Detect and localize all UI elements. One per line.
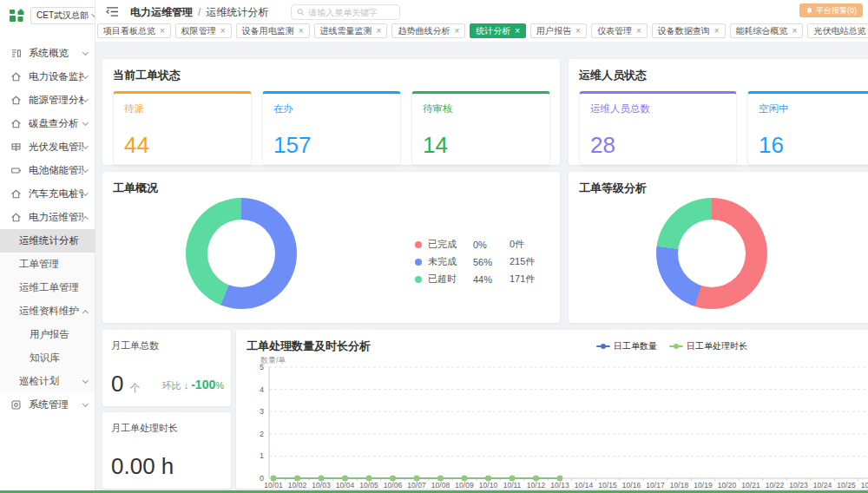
sidebar-item-work-order-mgmt[interactable]: 工单管理: [0, 253, 95, 276]
sidebar-item-power-device-monitor[interactable]: 电力设备监控: [0, 65, 95, 89]
sidebar-item-ops-data-maintain[interactable]: 运维资料维护: [0, 299, 95, 323]
tab-item[interactable]: 进线需量监测×: [314, 23, 388, 38]
stat-box-in-progress: 在办 157: [262, 91, 401, 165]
svg-text:10/14: 10/14: [575, 481, 594, 490]
tab-close-icon[interactable]: ×: [515, 26, 520, 36]
sidebar-item-carbon-analysis[interactable]: 碳盘查分析: [0, 112, 95, 135]
monthly-work-order-total-card: 月工单总数 0 个 环比 ↓ -100%: [102, 330, 231, 406]
svg-text:10/06: 10/06: [384, 481, 403, 490]
legend-item-daily-count[interactable]: 日工单数量: [596, 340, 657, 352]
svg-text:10/15: 10/15: [598, 481, 617, 490]
svg-text:10/02: 10/02: [288, 481, 307, 490]
svg-text:2: 2: [260, 430, 264, 438]
svg-text:10/19: 10/19: [694, 481, 713, 490]
sidebar-item-battery-storage[interactable]: 电池储能管理: [0, 159, 95, 182]
card-title: 当前工单状态: [113, 68, 549, 83]
svg-text:10/21: 10/21: [741, 481, 760, 490]
tab-item[interactable]: 趋势曲线分析×: [391, 23, 465, 38]
stat-box-staff-idle: 空闲中 16: [747, 91, 868, 165]
chevron-down-icon: [82, 72, 89, 78]
sidebar-item-system-mgmt[interactable]: 系统管理: [0, 393, 95, 417]
solar-panel-icon: [10, 141, 23, 154]
legend-item-completed[interactable]: 已完成 0% 0件: [415, 238, 535, 251]
monthly-processing-duration-card: 月工单处理时长 0.00 h: [102, 412, 231, 489]
tab-close-icon[interactable]: ×: [454, 26, 459, 36]
mom-ratio: 环比 ↓ -100%: [162, 378, 224, 392]
home-icon: [10, 212, 23, 224]
home-icon: [10, 95, 23, 107]
tab-close-icon[interactable]: ×: [220, 26, 226, 36]
sidebar-item-pv-management[interactable]: 光伏发电管理: [0, 135, 95, 159]
battery-icon: [10, 165, 23, 177]
sidebar-item-inspection-plan[interactable]: 巡检计划: [0, 370, 95, 393]
card-title: 工单等级分析: [579, 181, 868, 196]
stat-box-pending-review: 待审核 14: [411, 91, 550, 165]
sidebar-item-power-ops[interactable]: 电力运维管理: [0, 206, 95, 229]
work-order-overview-card: 工单概况 已完成 0% 0件 未完成: [102, 172, 560, 323]
app-window: CET武汉总部 系统概览 电力设备监控: [0, 0, 868, 490]
ops-staff-status-card: 运维人员状态 运维人员总数 28 空闲中 16: [569, 59, 868, 165]
legend-dot: [415, 276, 422, 283]
work-order-line-chart: 数量/单01234510/0110/0210/0310/0410/0510/06…: [247, 356, 868, 490]
tab-item[interactable]: 设备数据查询×: [652, 23, 726, 38]
org-selector[interactable]: CET武汉总部: [30, 7, 95, 24]
legend-item-daily-duration[interactable]: 日工单处理时长: [669, 340, 747, 352]
tab-item-active[interactable]: 统计分析×: [470, 23, 526, 38]
legend-dot: [415, 259, 422, 266]
tab-close-icon[interactable]: ×: [636, 26, 641, 36]
svg-text:10/08: 10/08: [431, 481, 450, 490]
svg-text:10/10: 10/10: [479, 481, 498, 490]
value-unit: 个: [130, 382, 141, 394]
svg-text:10/25: 10/25: [837, 481, 856, 490]
chevron-up-icon: [82, 215, 89, 221]
tab-close-icon[interactable]: ×: [792, 26, 798, 36]
search-input[interactable]: [308, 8, 394, 17]
search-icon: [297, 8, 305, 16]
tab-close-icon[interactable]: ×: [575, 26, 581, 36]
org-selector-label: CET武汉总部: [36, 10, 89, 22]
stat-label: 在办: [273, 102, 390, 115]
svg-text:10/26: 10/26: [861, 481, 868, 490]
tab-close-icon[interactable]: ×: [299, 26, 304, 36]
sidebar-item-system-overview[interactable]: 系统概览: [0, 42, 95, 65]
stat-box-pending-dispatch: 待派 44: [113, 91, 252, 165]
tab-item[interactable]: 能耗综合概览×: [730, 23, 804, 38]
sidebar-item-ev-charger[interactable]: 汽车充电桩管理: [0, 182, 95, 206]
tab-close-icon[interactable]: ×: [377, 26, 382, 36]
dashboard-icon: [10, 48, 23, 60]
svg-text:10/24: 10/24: [813, 481, 832, 490]
sidebar-item-user-report[interactable]: 用户报告: [0, 323, 95, 346]
sidebar-item-energy-analysis[interactable]: 能源管理分析: [0, 89, 95, 112]
home-icon: [10, 188, 23, 200]
sidebar: CET武汉总部 系统概览 电力设备监控: [0, 0, 95, 490]
brand-logo-icon: [9, 8, 25, 24]
tab-close-icon[interactable]: ×: [160, 26, 165, 36]
legend-item-uncompleted[interactable]: 未完成 56% 215件: [415, 255, 535, 268]
svg-text:10/01: 10/01: [264, 481, 283, 490]
tab-item[interactable]: 仪表管理×: [591, 23, 648, 38]
sidebar-item-ops-statistics[interactable]: 运维统计分析: [0, 229, 95, 253]
sidebar-submenu: 运维统计分析 工单管理 运维工单管理 运维资料维护 用户报告 知识库: [0, 229, 95, 393]
sidebar-item-ops-work-order-mgmt[interactable]: 运维工单管理: [0, 276, 95, 299]
chevron-down-icon: [82, 377, 89, 383]
tab-item[interactable]: 权限管理×: [175, 23, 232, 38]
legend-item-overtime[interactable]: 已超时 44% 171件: [415, 273, 535, 286]
chevron-down-icon: [82, 166, 89, 172]
tab-item[interactable]: 用户报告×: [530, 23, 587, 38]
sidebar-item-knowledge-base[interactable]: 知识库: [0, 346, 95, 370]
svg-text:10/03: 10/03: [312, 481, 331, 490]
tab-close-icon[interactable]: ×: [714, 26, 720, 36]
breadcrumb-parent[interactable]: 电力运维管理: [130, 5, 193, 20]
tab-item[interactable]: 项目看板总览×: [97, 23, 171, 38]
chevron-down-icon: [82, 400, 89, 406]
svg-text:5: 5: [260, 363, 264, 371]
chevron-down-icon: [82, 189, 89, 195]
svg-text:10/17: 10/17: [646, 481, 665, 490]
tab-item[interactable]: 设备用电监测×: [236, 23, 310, 38]
platform-alarm-button[interactable]: 平台报警(0): [799, 3, 863, 17]
home-icon: [10, 71, 23, 83]
chevron-up-icon: [82, 309, 89, 315]
tab-item[interactable]: 光伏电站总览×: [807, 23, 868, 38]
sidebar-collapse-icon[interactable]: [106, 6, 120, 18]
card-title: 工单处理数量及时长分析: [247, 339, 868, 354]
